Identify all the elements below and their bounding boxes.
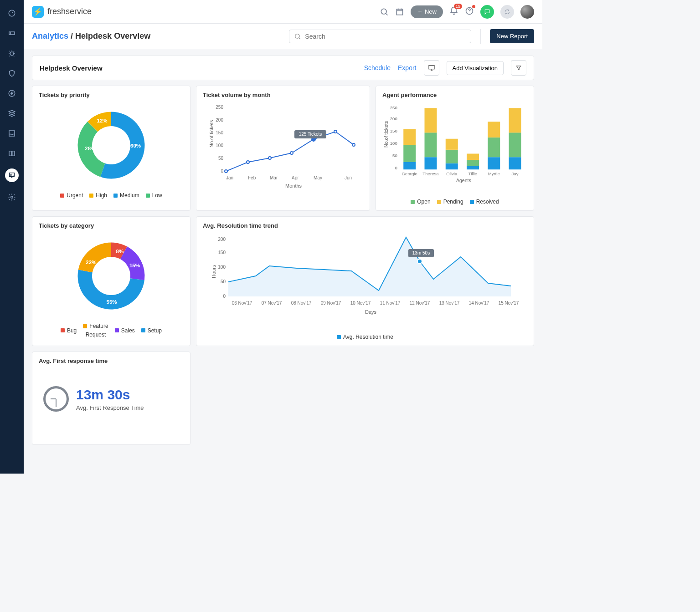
brand-logo[interactable]: ⚡ freshservice <box>32 6 92 18</box>
svg-text:200: 200 <box>390 116 397 121</box>
bolt-icon: ⚡ <box>32 6 44 18</box>
nav-settings-icon[interactable] <box>7 192 17 202</box>
svg-rect-56 <box>488 138 500 157</box>
svg-text:250: 250 <box>390 105 397 110</box>
svg-text:Months: Months <box>285 183 302 189</box>
new-report-button[interactable]: New Report <box>490 29 534 43</box>
svg-point-78 <box>417 259 422 264</box>
refresh-button[interactable] <box>500 5 514 19</box>
svg-point-25 <box>334 130 337 133</box>
svg-text:200: 200 <box>218 237 226 242</box>
svg-text:50: 50 <box>218 156 224 161</box>
svg-text:08 Nov'17: 08 Nov'17 <box>291 301 312 306</box>
card-title: Avg. First response time <box>39 357 184 364</box>
line-volume: No.of tickets 0 50 100 150 200 250 <box>203 102 363 189</box>
svg-rect-59 <box>509 133 521 157</box>
search-icon <box>294 33 301 40</box>
crumb-page: Helpdesk Overview <box>75 31 150 41</box>
svg-text:10 Nov'17: 10 Nov'17 <box>350 301 371 306</box>
page-title: Helpdesk Overview <box>40 64 103 72</box>
svg-text:12%: 12% <box>97 118 108 123</box>
add-visualization-button[interactable]: Add Visualization <box>447 61 504 75</box>
svg-rect-49 <box>446 163 458 169</box>
svg-text:Feb: Feb <box>248 175 256 180</box>
avatar[interactable] <box>520 5 534 19</box>
nav-shield-icon[interactable] <box>7 68 17 78</box>
svg-point-4 <box>11 196 13 199</box>
search-input[interactable] <box>305 33 466 40</box>
svg-text:0: 0 <box>395 165 397 170</box>
nav-stack-icon[interactable] <box>7 108 17 118</box>
card-title: Avg. Resolution time trend <box>203 222 527 229</box>
svg-text:100: 100 <box>218 265 226 270</box>
schedule-button[interactable]: Schedule <box>364 64 391 71</box>
svg-rect-6 <box>396 9 402 15</box>
svg-text:100: 100 <box>390 141 397 146</box>
svg-text:0: 0 <box>223 294 226 299</box>
svg-text:50: 50 <box>392 153 397 158</box>
nav-speed-icon[interactable] <box>7 8 17 18</box>
svg-rect-48 <box>425 108 437 133</box>
filter-icon <box>515 65 522 71</box>
card-ticket-volume: Ticket volume by month No.of tickets 0 5… <box>196 86 370 211</box>
svg-text:8%: 8% <box>116 249 124 254</box>
notifications-button[interactable]: 15 <box>449 6 458 17</box>
nav-ticket-icon[interactable] <box>7 28 17 38</box>
export-button[interactable]: Export <box>398 64 416 71</box>
crumb-analytics[interactable]: Analytics <box>32 31 68 41</box>
svg-rect-9 <box>429 66 434 69</box>
svg-text:Myrtle: Myrtle <box>488 171 500 176</box>
svg-point-1 <box>10 52 14 56</box>
sub-bar: Analytics / Helpdesk Overview New Report <box>24 24 542 49</box>
svg-text:250: 250 <box>216 105 223 110</box>
svg-text:125 Tickets: 125 Tickets <box>299 132 322 137</box>
legend: Urgent High Medium Low <box>39 192 184 199</box>
nav-bug-icon[interactable] <box>7 48 17 58</box>
svg-rect-47 <box>425 133 437 157</box>
calendar-icon[interactable] <box>395 7 404 16</box>
svg-text:07 Nov'17: 07 Nov'17 <box>262 301 282 306</box>
present-button[interactable] <box>424 60 439 76</box>
svg-text:Jay: Jay <box>512 171 519 176</box>
new-button[interactable]: ＋ New <box>411 5 443 18</box>
kpi-caption: Avg. First Response Time <box>76 404 144 411</box>
svg-rect-55 <box>488 157 500 169</box>
clock-icon <box>43 386 69 412</box>
svg-text:13m 50s: 13m 50s <box>412 250 430 255</box>
card-title: Agent performance <box>382 92 527 98</box>
card-resolution-trend: Avg. Resolution time trend Hours 050 100… <box>196 216 534 346</box>
help-button[interactable] <box>465 6 474 17</box>
svg-text:Olivia: Olivia <box>446 171 458 176</box>
search-box[interactable] <box>289 30 471 43</box>
svg-text:150: 150 <box>218 250 226 255</box>
kpi-value: 13m 30s <box>76 387 144 403</box>
card-title: Ticket volume by month <box>203 92 363 98</box>
svg-text:13 Nov'17: 13 Nov'17 <box>439 301 460 306</box>
page-header: Helpdesk Overview Schedule Export Add Vi… <box>32 56 534 80</box>
nav-analytics-icon[interactable] <box>5 168 19 182</box>
svg-point-5 <box>381 9 386 14</box>
svg-text:May: May <box>314 175 322 180</box>
chat-button[interactable] <box>480 5 494 19</box>
nav-book-icon[interactable] <box>7 148 17 158</box>
nav-tray-icon[interactable] <box>7 128 17 138</box>
svg-text:15%: 15% <box>129 263 140 268</box>
svg-text:15 Nov'17: 15 Nov'17 <box>499 301 519 306</box>
filter-button[interactable] <box>511 60 526 76</box>
svg-text:12 Nov'17: 12 Nov'17 <box>410 301 430 306</box>
search-icon[interactable] <box>380 7 389 16</box>
chat-icon <box>484 9 490 15</box>
svg-text:Theresa: Theresa <box>422 171 439 176</box>
svg-rect-53 <box>467 160 479 166</box>
bar-agents: No.of tickets 050 100150 200250 <box>382 102 527 193</box>
svg-text:Jun: Jun <box>345 175 352 180</box>
svg-point-26 <box>352 143 355 146</box>
donut-category: 8% 15% 55% 22% <box>63 233 159 319</box>
svg-rect-44 <box>403 145 416 162</box>
nav-bolt-icon[interactable] <box>7 88 17 98</box>
svg-rect-46 <box>425 157 437 169</box>
svg-point-22 <box>268 157 271 159</box>
area-resolution: Hours 050 100150 200 13m 50s 0 <box>203 233 527 328</box>
svg-text:0: 0 <box>221 168 223 173</box>
svg-text:55%: 55% <box>107 299 117 305</box>
